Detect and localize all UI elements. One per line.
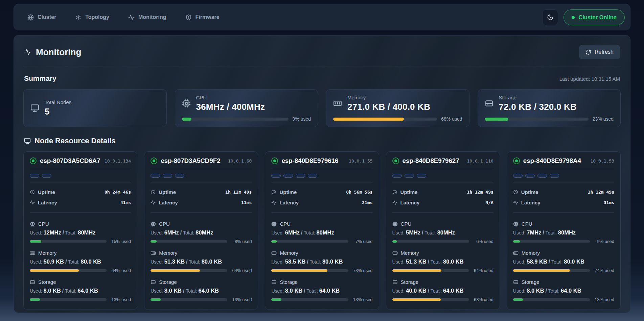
top-nav: Cluster Topology Monitoring Firmware Cl <box>14 4 630 30</box>
divider <box>30 212 131 213</box>
resource-label: Storage <box>159 279 177 285</box>
node-status-dot <box>271 157 278 164</box>
uptime-row: Uptime 0h 24m 46s <box>30 187 131 197</box>
resource-usage: Used: 8.0 KB / Total: 64.0 KB <box>513 288 614 294</box>
latency-label: Latency <box>38 200 57 205</box>
latency-row: Latency 21ms <box>271 197 372 208</box>
resource-usage: Used: 6MHz / Total: 80MHz <box>271 229 372 236</box>
cluster-status-badge[interactable]: Cluster Online <box>564 9 625 25</box>
latency-row: Latency 41ms <box>30 197 131 208</box>
monitoring-panel: Monitoring Refresh Summary Last updated:… <box>14 35 630 313</box>
last-updated-text: Last updated: 10:31:15 AM <box>559 76 620 82</box>
total-value: 80MHz <box>437 229 455 236</box>
node-tag <box>296 174 305 178</box>
progress-fill <box>182 118 191 121</box>
progress-track <box>392 298 469 301</box>
total-prefix: Total: <box>186 288 197 294</box>
progress-fill <box>485 118 509 121</box>
progress-track <box>513 269 590 272</box>
used-value: 8.0 KB <box>527 288 544 294</box>
summary-progress: 68% used <box>333 116 462 122</box>
divider <box>513 182 614 182</box>
total-prefix: Total: <box>189 259 200 265</box>
resource-progress: 63% used <box>392 297 493 302</box>
nav-tab-label: Cluster <box>38 14 56 20</box>
resource-progress: 13% used <box>271 297 372 302</box>
uptime-row: Uptime 0h 56m 56s <box>271 187 372 197</box>
clock-icon <box>271 190 276 195</box>
total-value: 64.0 KB <box>77 288 98 294</box>
memory-icon <box>271 250 277 256</box>
resource-progress: 13% used <box>151 297 252 302</box>
usage-separator: / <box>428 288 429 294</box>
activity-icon <box>151 200 156 205</box>
activity-icon <box>24 48 31 56</box>
progress-track <box>333 118 437 121</box>
divider <box>271 182 372 182</box>
refresh-button[interactable]: Refresh <box>579 45 620 59</box>
total-value: 80MHz <box>196 229 213 236</box>
resource-label: CPU <box>401 221 412 227</box>
progress-fill <box>392 269 441 272</box>
used-value: 58.9 KB <box>527 258 547 265</box>
cpu-icon <box>513 221 519 227</box>
usage-separator: / <box>549 258 550 265</box>
percent-used-label: 15% used <box>111 239 131 244</box>
total-value: 64.0 KB <box>319 288 340 294</box>
resource-usage: Used: 8.0 KB / Total: 64.0 KB <box>271 288 372 294</box>
percent-used-label: 74% used <box>594 268 614 273</box>
storage-icon <box>485 99 493 108</box>
percent-used-label: 9% used <box>594 239 614 244</box>
node-cards: esp-807D3A5CD6A7 10.0.1.134 Uptime <box>23 151 621 310</box>
resource-usage: Used: 12MHz / Total: 80MHz <box>30 229 131 236</box>
resource-progress: 64% used <box>30 268 131 273</box>
usage-separator: / <box>428 258 429 265</box>
nav-tab-label: Firmware <box>196 14 220 20</box>
divider <box>392 182 493 182</box>
percent-used-label: 64% used <box>473 268 493 273</box>
progress-track <box>30 269 107 272</box>
node-tag <box>308 174 317 178</box>
node-ip: 10.0.1.110 <box>467 158 493 164</box>
node-card-header: esp-840D8E9798A4 10.0.1.53 <box>513 157 614 165</box>
used-prefix: Used: <box>392 230 405 236</box>
resource-usage: Used: 7MHz / Total: 80MHz <box>513 229 614 236</box>
summary-card-value: 271.0 KB / 400.0 KB <box>347 102 430 112</box>
used-value: 58.5 KB <box>285 258 306 265</box>
node-tag <box>42 174 51 178</box>
storage-icon <box>271 279 277 285</box>
nav-tab-label: Monitoring <box>138 14 166 20</box>
storage-icon <box>392 279 398 285</box>
usage-separator: / <box>304 288 305 294</box>
resource-progress: 9% used <box>513 239 614 244</box>
node-name: esp-840D8E979616 <box>281 157 338 165</box>
cpu-icon <box>151 221 156 227</box>
divider <box>271 169 372 169</box>
summary-title: Summary <box>24 74 56 82</box>
divider <box>513 169 614 169</box>
divider <box>151 182 252 182</box>
used-prefix: Used: <box>151 259 163 265</box>
monitor-icon <box>24 138 31 144</box>
percent-used-label: 8% used <box>231 239 252 244</box>
total-prefix: Total: <box>431 259 442 265</box>
total-value: 64.0 KB <box>199 288 219 294</box>
total-prefix: Total: <box>551 259 562 265</box>
node-card-header: esp-840D8E979627 10.0.1.110 <box>392 157 493 165</box>
percent-used-label: 7% used <box>352 239 373 244</box>
node-tag <box>163 174 172 178</box>
progress-fill <box>333 118 404 121</box>
used-value: 6MHz <box>164 229 179 236</box>
total-value: 80.0 KB <box>80 258 101 265</box>
activity-icon <box>128 14 135 21</box>
total-prefix: Total: <box>548 288 559 294</box>
progress-fill <box>513 298 523 301</box>
total-value: 80MHz <box>78 229 95 236</box>
theme-toggle-button[interactable] <box>542 9 558 25</box>
divider <box>151 212 252 213</box>
clock-icon <box>151 190 156 195</box>
node-tag <box>525 174 535 178</box>
used-value: 5MHz <box>406 229 420 236</box>
used-prefix: Used: <box>271 230 284 236</box>
total-prefix: Total: <box>306 288 318 294</box>
